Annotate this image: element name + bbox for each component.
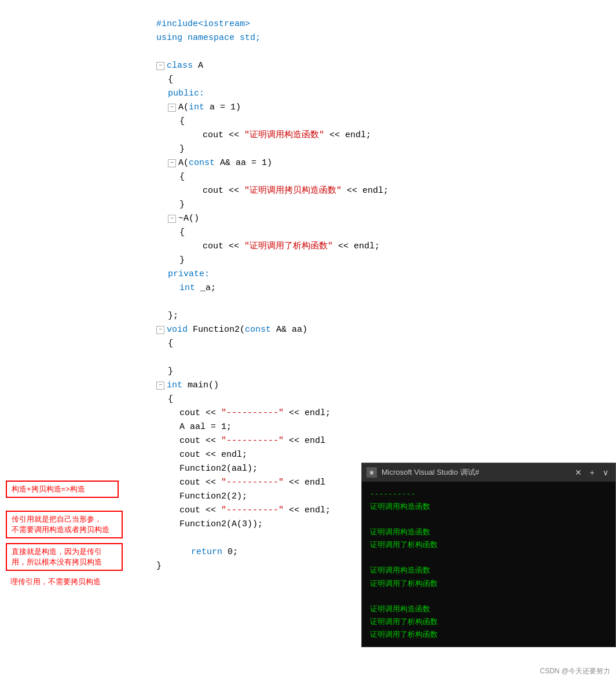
code-text: #include<iostream> (156, 17, 250, 31)
terminal-line-2: 证明调用构造函数 (370, 500, 607, 513)
code-text: { (156, 337, 173, 351)
fold-icon-func2[interactable]: − (156, 326, 164, 334)
code-line-brace7: } (156, 254, 616, 267)
terminal-line-blank2 (370, 551, 607, 564)
code-text: "证明调用了析构函数" (244, 240, 333, 254)
terminal-line-4: 证明调用了析构函数 (370, 538, 607, 551)
code-text: A( (178, 101, 189, 115)
fold-icon-class[interactable]: − (156, 62, 164, 70)
code-text: cout << endl; (156, 448, 247, 462)
code-line-member: int _a; (156, 281, 616, 295)
code-text: "证明调用构造函数" (244, 129, 324, 142)
code-text: }; (156, 309, 178, 323)
code-text: } (156, 198, 185, 212)
code-line-brace6: { (156, 226, 616, 240)
terminal-chevron-button[interactable]: ∨ (600, 468, 611, 477)
code-line-private: private: (156, 267, 616, 281)
code-text: A (198, 59, 203, 73)
terminal-controls: ✕ + ∨ (573, 468, 611, 477)
code-text: A aal = 1; (156, 420, 232, 434)
fold-icon-dtor[interactable]: − (168, 215, 176, 223)
code-text: { (156, 115, 185, 129)
code-line-main-1: cout << "----------" << endl; (156, 406, 616, 420)
code-text: cout << (156, 184, 244, 198)
code-line-main: − int main() (156, 379, 616, 393)
code-text: void (167, 323, 188, 337)
code-line-ctor2-body: cout << "证明调用拷贝构造函数" << endl; (156, 184, 616, 198)
code-line-brace3: } (156, 142, 616, 156)
terminal-line-5: 证明调用构造函数 (370, 564, 607, 577)
code-text: _a; (195, 281, 216, 295)
code-text: { (156, 393, 173, 406)
annotation-2-text: 传引用就是把自己当形参，不需要调用构造或者拷贝构造 (12, 515, 109, 534)
terminal-line-1: ---------- (370, 487, 607, 500)
code-line-brace5: } (156, 198, 616, 212)
code-line-brace2: { (156, 115, 616, 129)
code-text: << endl; (284, 504, 331, 518)
code-text: "证明调用拷贝构造函数" (244, 184, 342, 198)
code-text: A( (178, 156, 189, 170)
code-text: const (189, 156, 215, 170)
code-text: public: (156, 87, 204, 101)
code-line-main-2: A aal = 1; (156, 420, 616, 434)
code-text: { (156, 226, 185, 240)
code-text: using namespace std; (156, 31, 261, 45)
terminal-line-blank3 (370, 590, 607, 603)
code-text: Function2(A(3)); (156, 518, 263, 531)
annotation-4: 理传引用，不需要拷贝构造 (6, 574, 123, 589)
terminal-line-blank1 (370, 513, 607, 526)
code-line-brace4: { (156, 170, 616, 184)
code-text: { (156, 73, 173, 87)
code-text: int (189, 101, 204, 115)
code-text: "----------" (221, 434, 284, 448)
code-text: const (245, 323, 271, 337)
terminal-plus-button[interactable]: + (588, 468, 597, 477)
code-text: cout << (156, 129, 244, 142)
code-text: A& aa) (271, 323, 307, 337)
terminal-icon: ▣ (366, 467, 377, 478)
code-line-public: public: (156, 87, 616, 101)
terminal-line-6: 证明调用了析构函数 (370, 577, 607, 590)
code-text: 0; (222, 545, 238, 559)
code-line-main-open: { (156, 393, 616, 406)
code-line-1: #include<iostream> (156, 17, 616, 31)
code-line-blank2 (156, 295, 616, 309)
code-text: << endl; (284, 406, 331, 420)
code-text: cout << (156, 406, 221, 420)
fold-icon-ctor2[interactable]: − (168, 159, 176, 167)
code-line-ctor1-body: cout << "证明调用构造函数" << endl; (156, 129, 616, 142)
terminal-close-button[interactable]: ✕ (573, 468, 584, 477)
code-line-brace1: { (156, 73, 616, 87)
annotation-1: 构造+拷贝构造=>构造 (6, 481, 119, 498)
code-line-dtor-body: cout << "证明调用了析构函数" << endl; (156, 240, 616, 254)
code-text: "----------" (221, 476, 284, 490)
code-line-func2-close: } (156, 365, 616, 379)
terminal-line-8: 证明调用了析构函数 (370, 615, 607, 628)
code-text: Function2(aal); (156, 462, 258, 476)
code-text: class (167, 59, 198, 73)
code-text: Function2( (188, 323, 245, 337)
code-line-func2-open: { (156, 337, 616, 351)
fold-icon-ctor1[interactable]: − (168, 104, 176, 112)
code-text: { (156, 170, 185, 184)
code-line-main-4: cout << endl; (156, 448, 616, 462)
code-line-ctor2: − A( const A& aa = 1) (156, 156, 616, 170)
code-line-dtor: − ~A() (156, 212, 616, 226)
code-text: cout << (156, 240, 244, 254)
code-text: } (156, 254, 185, 267)
code-text: << endl (284, 434, 325, 448)
fold-icon-main[interactable]: − (156, 382, 164, 390)
annotation-2: 传引用就是把自己当形参，不需要调用构造或者拷贝构造 (6, 511, 123, 538)
code-text: main() (182, 379, 219, 393)
code-text: "----------" (221, 406, 284, 420)
code-text: ~A() (178, 212, 199, 226)
code-text: int (156, 281, 195, 295)
code-line-class-end: }; (156, 309, 616, 323)
code-text: a = 1) (204, 101, 241, 115)
code-line-2: using namespace std; (156, 31, 616, 45)
code-text: Function2(2); (156, 490, 247, 504)
code-text: cout << (156, 504, 221, 518)
code-text: return (156, 545, 222, 559)
code-text: << endl; (342, 184, 388, 198)
terminal-line-9: 证明调用了析构函数 (370, 628, 607, 641)
